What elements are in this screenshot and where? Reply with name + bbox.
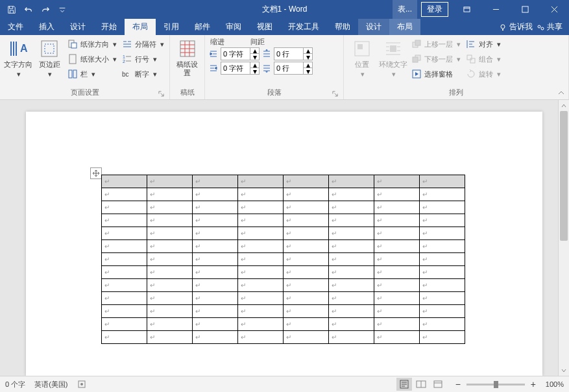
table-cell[interactable]: ↵ — [102, 292, 147, 305]
table-cell[interactable]: ↵ — [284, 253, 329, 266]
table-cell[interactable]: ↵ — [102, 266, 147, 279]
table-cell[interactable]: ↵ — [284, 188, 329, 201]
table-cell[interactable]: ↵ — [102, 175, 147, 188]
table-cell[interactable]: ↵ — [102, 201, 147, 214]
table-cell[interactable]: ↵ — [374, 279, 420, 292]
table-cell[interactable]: ↵ — [374, 305, 420, 318]
table-cell[interactable]: ↵ — [374, 201, 420, 214]
table-cell[interactable]: ↵ — [374, 227, 420, 240]
table-cell[interactable]: ↵ — [147, 227, 193, 240]
table-cell[interactable]: ↵ — [420, 318, 465, 331]
spacing-after-input[interactable] — [274, 62, 303, 74]
table-cell[interactable]: ↵ — [284, 266, 329, 279]
spinner-down[interactable]: ▾ — [304, 54, 312, 60]
table-cell[interactable]: ↵ — [284, 214, 329, 227]
spacing-after-spinner[interactable]: ▴▾ — [274, 62, 313, 75]
table-cell[interactable]: ↵ — [193, 253, 238, 266]
table-move-handle[interactable] — [90, 167, 102, 179]
table-cell[interactable]: ↵ — [420, 253, 465, 266]
zoom-in-button[interactable]: + — [527, 378, 539, 390]
table-cell[interactable]: ↵ — [284, 227, 329, 240]
table-cell[interactable]: ↵ — [238, 214, 284, 227]
table-cell[interactable]: ↵ — [193, 318, 238, 331]
breaks-button[interactable]: 分隔符▾ — [121, 37, 165, 51]
table-cell[interactable]: ↵ — [147, 240, 193, 253]
read-mode-view-button[interactable] — [413, 378, 429, 391]
margins-button[interactable]: 页边距 ▾ — [35, 37, 64, 88]
columns-button[interactable]: 栏▾ — [66, 67, 118, 81]
spacing-before-input[interactable] — [274, 48, 303, 60]
table-cell[interactable]: ↵ — [102, 227, 147, 240]
rotate-button[interactable]: 旋转▾ — [465, 67, 502, 81]
table-cell[interactable]: ↵ — [329, 253, 374, 266]
table-cell[interactable]: ↵ — [193, 331, 238, 344]
tab-table-design[interactable]: 设计 — [358, 19, 389, 35]
table-cell[interactable]: ↵ — [284, 279, 329, 292]
table-cell[interactable]: ↵ — [374, 214, 420, 227]
size-button[interactable]: 纸张大小▾ — [66, 52, 118, 66]
table-cell[interactable]: ↵ — [102, 279, 147, 292]
table-cell[interactable]: ↵ — [329, 188, 374, 201]
table-cell[interactable]: ↵ — [374, 318, 420, 331]
table-cell[interactable]: ↵ — [193, 188, 238, 201]
orientation-button[interactable]: 纸张方向▾ — [66, 37, 118, 51]
table-cell[interactable]: ↵ — [147, 253, 193, 266]
table-cell[interactable]: ↵ — [329, 331, 374, 344]
table-cell[interactable]: ↵ — [147, 188, 193, 201]
zoom-track[interactable] — [466, 384, 525, 386]
table-cell[interactable]: ↵ — [193, 305, 238, 318]
table-cell[interactable]: ↵ — [238, 201, 284, 214]
spinner-down[interactable]: ▾ — [250, 54, 259, 60]
table-cell[interactable]: ↵ — [329, 227, 374, 240]
table-cell[interactable]: ↵ — [284, 305, 329, 318]
table-cell[interactable]: ↵ — [193, 214, 238, 227]
document-table[interactable]: ↵↵↵↵↵↵↵↵↵↵↵↵↵↵↵↵↵↵↵↵↵↵↵↵↵↵↵↵↵↵↵↵↵↵↵↵↵↵↵↵… — [101, 175, 465, 344]
indent-left-spinner[interactable]: ▴▾ — [221, 47, 260, 60]
minimize-button[interactable] — [481, 0, 511, 19]
table-cell[interactable]: ↵ — [193, 279, 238, 292]
table-cell[interactable]: ↵ — [284, 318, 329, 331]
table-cell[interactable]: ↵ — [238, 292, 284, 305]
vertical-scrollbar[interactable] — [558, 100, 569, 376]
undo-button[interactable] — [21, 2, 36, 18]
table-cell[interactable]: ↵ — [374, 253, 420, 266]
table-cell[interactable]: ↵ — [147, 292, 193, 305]
table-cell[interactable]: ↵ — [420, 240, 465, 253]
tell-me-button[interactable]: 告诉我 — [499, 21, 533, 32]
table-cell[interactable]: ↵ — [420, 305, 465, 318]
word-count[interactable]: 0 个字 — [5, 380, 25, 389]
tab-file[interactable]: 文件 — [0, 19, 31, 35]
indent-right-spinner[interactable]: ▴▾ — [221, 62, 260, 75]
table-cell[interactable]: ↵ — [420, 175, 465, 188]
collapse-ribbon-button[interactable] — [557, 89, 565, 97]
table-cell[interactable]: ↵ — [329, 279, 374, 292]
table-cell[interactable]: ↵ — [420, 331, 465, 344]
table-cell[interactable]: ↵ — [147, 318, 193, 331]
selection-pane-button[interactable]: 选择窗格 — [410, 67, 462, 81]
tab-references[interactable]: 引用 — [156, 19, 187, 35]
table-cell[interactable]: ↵ — [420, 201, 465, 214]
page-viewport[interactable]: ↵↵↵↵↵↵↵↵↵↵↵↵↵↵↵↵↵↵↵↵↵↵↵↵↵↵↵↵↵↵↵↵↵↵↵↵↵↵↵↵… — [0, 100, 558, 376]
bring-forward-button[interactable]: 上移一层▾ — [410, 37, 462, 51]
table-cell[interactable]: ↵ — [374, 175, 420, 188]
table-cell[interactable]: ↵ — [147, 175, 193, 188]
table-cell[interactable]: ↵ — [193, 240, 238, 253]
table-cell[interactable]: ↵ — [420, 266, 465, 279]
table-cell[interactable]: ↵ — [238, 318, 284, 331]
tab-view[interactable]: 视图 — [249, 19, 280, 35]
table-cell[interactable]: ↵ — [284, 331, 329, 344]
redo-button[interactable] — [38, 2, 53, 18]
indent-left-input[interactable] — [221, 48, 250, 60]
page-setup-dialog-launcher[interactable] — [156, 89, 165, 98]
table-cell[interactable]: ↵ — [147, 214, 193, 227]
maximize-button[interactable] — [511, 0, 540, 19]
text-direction-button[interactable]: A 文字方向 ▾ — [4, 37, 32, 88]
table-cell[interactable]: ↵ — [374, 266, 420, 279]
tab-help[interactable]: 帮助 — [327, 19, 358, 35]
save-button[interactable] — [4, 2, 19, 18]
position-button[interactable]: 位置 ▾ — [348, 37, 376, 88]
table-cell[interactable]: ↵ — [284, 240, 329, 253]
send-backward-button[interactable]: 下移一层▾ — [410, 52, 462, 66]
table-cell[interactable]: ↵ — [329, 292, 374, 305]
table-cell[interactable]: ↵ — [374, 240, 420, 253]
